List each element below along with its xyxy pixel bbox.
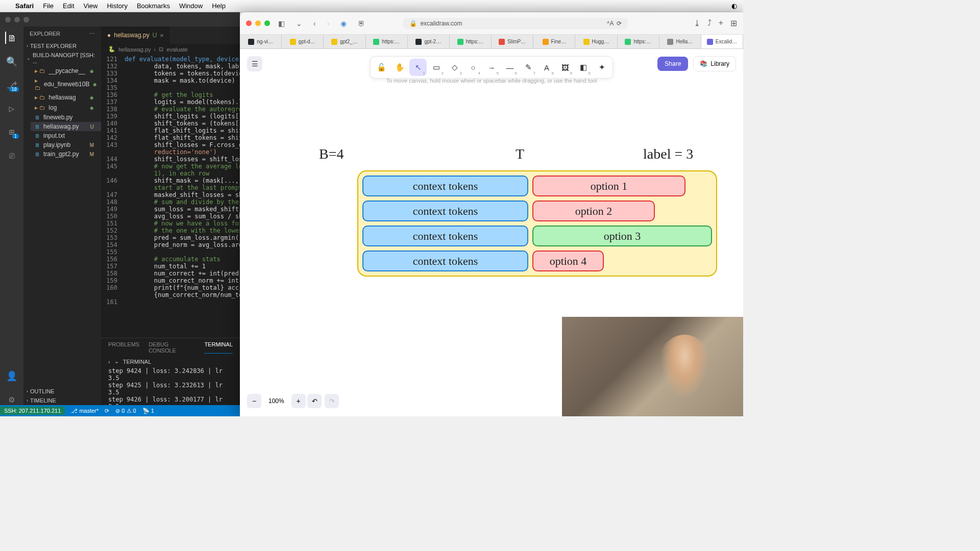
menu-help[interactable]: Help (212, 2, 226, 10)
sync-icon[interactable]: ⟳ (105, 408, 109, 414)
hand-tool-icon[interactable]: ✋ (391, 59, 408, 76)
context-box[interactable]: context tokens (362, 251, 528, 271)
problems-tab[interactable]: PROBLEMS (108, 341, 139, 354)
image-tool-icon[interactable]: 🖼9 (556, 59, 574, 76)
lock-tool-icon[interactable]: 🔓 (373, 59, 390, 76)
browser-tab[interactable]: Hella… (659, 35, 701, 48)
option-3-box[interactable]: option 3 (532, 226, 712, 246)
option-1-box[interactable]: option 1 (532, 176, 685, 196)
extensions-icon[interactable]: ⊞1 (6, 126, 18, 138)
draw-tool-icon[interactable]: ✎7 (520, 59, 537, 76)
tree-item[interactable]: ▸ 🗀edu_fineweb10B● (31, 76, 101, 92)
remote-icon[interactable]: ⎚ (6, 149, 18, 161)
tree-item[interactable]: 🗎fineweb.py (31, 113, 101, 122)
reader-icon[interactable]: ᴬA (607, 20, 614, 27)
diamond-tool-icon[interactable]: ◇3 (446, 59, 463, 76)
option-4-box[interactable]: option 4 (532, 251, 604, 271)
menu-bookmarks[interactable]: Bookmarks (137, 2, 170, 10)
run-debug-icon[interactable]: ▷ (6, 102, 18, 114)
status-icon[interactable]: ◐ (731, 2, 737, 10)
browser-tab[interactable]: Excalid… (701, 35, 743, 48)
rectangle-tool-icon[interactable]: ▭2 (428, 59, 445, 76)
browser-tab[interactable]: gpt-d… (282, 35, 324, 48)
selection-tool-icon[interactable]: ↖1 (409, 59, 427, 76)
vscode-traffic-lights[interactable] (5, 17, 29, 22)
ports-status[interactable]: 📡 1 (142, 408, 154, 414)
chevron-down-icon[interactable]: ⌄ (293, 18, 305, 29)
menu-edit[interactable]: Edit (63, 2, 74, 10)
zoom-in-button[interactable]: + (291, 394, 306, 408)
zoom-level[interactable]: 100% (265, 397, 287, 405)
browser-tab[interactable]: https:… (450, 35, 492, 48)
undo-button[interactable]: ↶ (307, 394, 322, 408)
browser-tab[interactable]: gpt2_… (324, 35, 365, 48)
arrow-tool-icon[interactable]: →5 (483, 59, 500, 76)
browser-tab[interactable]: https:… (618, 35, 659, 48)
debug-console-tab[interactable]: DEBUG CONSOLE (149, 341, 195, 354)
menu-view[interactable]: View (84, 2, 98, 10)
browser-tab[interactable]: gpt-2… (408, 35, 450, 48)
safari-traffic-lights[interactable] (246, 20, 270, 26)
zoom-out-button[interactable]: − (247, 394, 261, 408)
source-control-icon[interactable]: ⎇10 (6, 79, 18, 91)
context-box[interactable]: context tokens (362, 201, 528, 221)
line-tool-icon[interactable]: —6 (501, 59, 519, 76)
close-tab-icon[interactable]: × (160, 32, 164, 39)
menu-file[interactable]: File (43, 2, 54, 10)
tree-item[interactable]: 🗎train_gpt2.pyM (31, 149, 101, 159)
tree-item[interactable]: 🗎play.ipynbM (31, 140, 101, 149)
reload-icon[interactable]: ⟳ (617, 20, 622, 27)
address-bar[interactable]: 🔒 excalidraw.com ᴬA ⟳ (403, 18, 628, 29)
shield-icon[interactable]: ◉ (337, 18, 350, 29)
project-section[interactable]: ⌄BUILD-NANOGPT [SSH: ... (23, 51, 101, 66)
tree-item[interactable]: ▸ 🗀hellaswag● (31, 92, 101, 103)
redo-button[interactable]: ↷ (325, 394, 339, 408)
browser-tab[interactable]: https:… (366, 35, 408, 48)
code-editor[interactable]: 121def evaluate(model_type, device)132 d… (101, 55, 240, 338)
browser-tab[interactable]: Hugg… (575, 35, 617, 48)
outline-section[interactable]: ›OUTLINE (23, 387, 101, 396)
terminal-output[interactable]: step 9424 | loss: 3.242836 | lr 3.5step … (101, 366, 240, 405)
errors-status[interactable]: ⊘ 0 ⚠ 0 (115, 408, 136, 414)
app-name[interactable]: Safari (15, 2, 34, 10)
privacy-icon[interactable]: ⛨ (355, 18, 368, 29)
new-tab-icon[interactable]: + (719, 18, 723, 28)
timeline-section[interactable]: ›TIMELINE (23, 396, 101, 405)
git-branch[interactable]: ⎇ master* (71, 408, 99, 414)
menu-window[interactable]: Window (179, 2, 203, 10)
token-grid[interactable]: context tokensoption 1 context tokensopt… (357, 170, 717, 277)
settings-gear-icon[interactable]: ⚙ (6, 393, 18, 405)
option-2-box[interactable]: option 2 (532, 201, 655, 221)
share-button[interactable]: Share (657, 57, 688, 71)
more-icon[interactable]: ⋯ (89, 31, 95, 37)
hamburger-menu-icon[interactable]: ☰ (247, 56, 262, 71)
ssh-status[interactable]: SSH: 207.211.170.211 (0, 407, 65, 415)
excalidraw-canvas[interactable]: ☰ 🔓 ✋ ↖1 ▭2 ◇3 ○4 →5 —6 ✎7 A8 🖼9 ◧0 ✦ Sh… (240, 49, 743, 416)
tree-item[interactable]: 🗎input.txt (31, 131, 101, 140)
search-icon[interactable]: 🔍 (6, 55, 18, 67)
ellipse-tool-icon[interactable]: ○4 (464, 59, 482, 76)
editor-tab[interactable]: ● hellaswag.py U × (101, 27, 170, 44)
browser-tab[interactable]: Fine… (533, 35, 575, 48)
context-box[interactable]: context tokens (362, 176, 528, 196)
tabs-overview-icon[interactable]: ⊞ (730, 18, 737, 28)
text-tool-icon[interactable]: A8 (538, 59, 555, 76)
ai-tool-icon[interactable]: ✦ (593, 59, 610, 76)
downloads-icon[interactable]: ⤓ (694, 18, 700, 28)
eraser-tool-icon[interactable]: ◧0 (575, 59, 592, 76)
library-button[interactable]: 📚 Library (693, 56, 736, 71)
tree-item[interactable]: ▸ 🗀__pycache__● (31, 66, 101, 76)
breadcrumb[interactable]: 🐍hellaswag.py›⊡evaluate (101, 44, 240, 55)
explorer-icon[interactable]: 🗎 (5, 32, 17, 44)
tree-item[interactable]: ▸ 🗀log● (31, 103, 101, 113)
sidebar-toggle-icon[interactable]: ◧ (275, 18, 288, 29)
tree-item[interactable]: 🗎hellaswag.pyU (31, 122, 101, 131)
menu-history[interactable]: History (107, 2, 127, 10)
account-icon[interactable]: 👤 (6, 369, 18, 382)
forward-icon[interactable]: › (324, 18, 333, 29)
share-icon[interactable]: ⤴ (707, 18, 712, 28)
browser-tab[interactable]: ng-vi… (240, 35, 282, 48)
browser-tab[interactable]: SlimP… (492, 35, 533, 48)
context-box[interactable]: context tokens (362, 226, 528, 246)
terminal-tab[interactable]: TERMINAL (204, 341, 233, 354)
